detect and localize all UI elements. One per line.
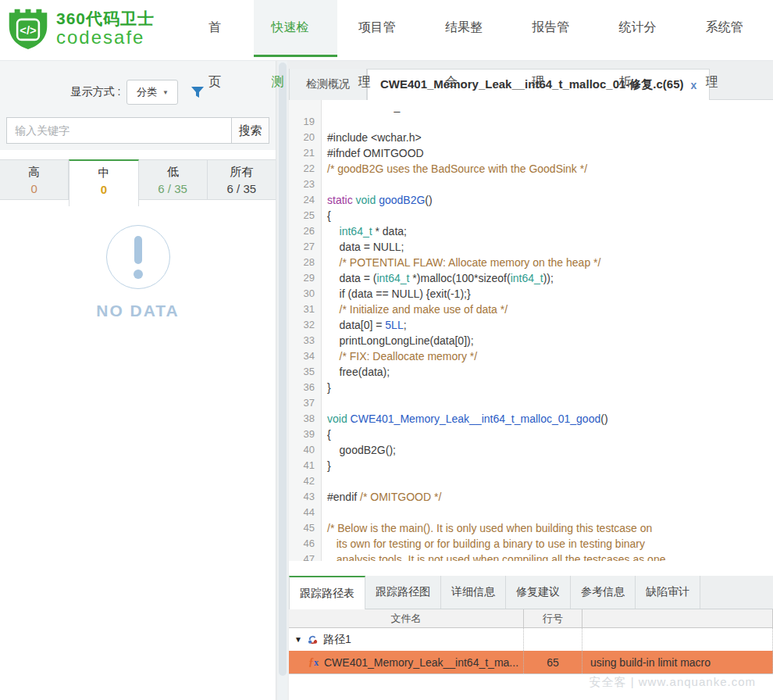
nav-item-5[interactable]: 报告管理 xyxy=(514,0,597,57)
trace-tab-1[interactable]: 跟踪路径表 xyxy=(289,576,365,609)
code-viewer[interactable]: _1920#include <wchar.h>21#ifndef OMITGOO… xyxy=(289,100,773,561)
trace-table: 文件名 行号 ▼ xyxy=(289,609,773,674)
nav-item-3[interactable]: 项目管理 xyxy=(340,0,424,57)
main-nav: 首页快速检测项目管理结果整合报告管理统计分析系统管理 xyxy=(189,0,773,61)
brand-text: 360代码卫士 codesafe xyxy=(56,10,155,47)
sidebar-controls: 显示方式 : 分类 ▼ 搜索 xyxy=(0,61,276,150)
display-mode-row: 显示方式 : 分类 ▼ xyxy=(0,61,276,105)
no-data-panel: NO DATA xyxy=(0,225,276,320)
trace-panel: 跟踪路径表跟踪路径图详细信息修复建议参考信息缺陷审计 文件名 行号 ▼ xyxy=(289,576,773,700)
severity-tab-1[interactable]: 高0 xyxy=(0,160,69,200)
code-row: 38void CWE401_Memory_Leak__int64_t_mallo… xyxy=(289,411,773,427)
brand-title-cn: 360代码卫士 xyxy=(56,10,155,27)
main-content: 检测概况 CWE401_Memory_Leak__int64_t_malloc_… xyxy=(289,61,773,700)
nav-item-7[interactable]: 系统管理 xyxy=(688,0,771,57)
code-row: 35 free(data); xyxy=(289,364,773,380)
display-mode-select[interactable]: 分类 ▼ xyxy=(126,80,178,105)
trace-tab-6[interactable]: 缺陷审计 xyxy=(636,576,700,609)
close-icon[interactable]: x xyxy=(691,79,697,91)
code-row: 26 int64_t * data; xyxy=(289,223,773,239)
code-row: 27 data = NULL; xyxy=(289,239,773,255)
scrollbar-thumb[interactable] xyxy=(279,62,287,676)
code-row: 37 xyxy=(289,395,773,411)
nav-item-6[interactable]: 统计分析 xyxy=(601,0,685,57)
code-lines: _1920#include <wchar.h>21#ifndef OMITGOO… xyxy=(289,100,773,561)
nav-item-1[interactable]: 首页 xyxy=(191,0,251,57)
code-row: 23 xyxy=(289,177,773,192)
code-row: 21#ifndef OMITGOOD xyxy=(289,145,773,161)
code-row: 33 printLongLongLine(data[0]); xyxy=(289,333,773,348)
trace-file-name: CWE401_Memory_Leak__int64_t_ma... xyxy=(324,656,518,669)
trace-tab-2[interactable]: 跟踪路径图 xyxy=(365,576,441,609)
severity-tab-3[interactable]: 低6 / 35 xyxy=(139,160,208,200)
header-line-number: 行号 xyxy=(524,609,582,627)
path-loop-icon xyxy=(307,634,319,645)
trace-line-number: 65 xyxy=(524,651,582,673)
code-row: 43#endif /* OMITGOOD */ xyxy=(289,489,773,505)
code-row: 44 xyxy=(289,505,773,520)
nav-item-4[interactable]: 结果整合 xyxy=(427,0,511,57)
brand-title-en: codesafe xyxy=(56,27,155,47)
sidebar-scrollbar[interactable] xyxy=(278,61,287,700)
function-icon: ƒx xyxy=(308,656,319,669)
header-description xyxy=(582,609,773,627)
trace-tab-4[interactable]: 修复建议 xyxy=(506,576,571,609)
code-row: 32 data[0] = 5LL; xyxy=(289,317,773,333)
chevron-down-icon: ▼ xyxy=(162,89,169,96)
trace-tab-bar: 跟踪路径表跟踪路径图详细信息修复建议参考信息缺陷审计 xyxy=(289,576,773,609)
filter-funnel-icon[interactable] xyxy=(191,86,205,98)
trace-description: using build-in limit macro xyxy=(582,651,773,673)
code-row: 20#include <wchar.h> xyxy=(289,130,773,145)
code-row: 41} xyxy=(289,458,773,473)
code-row: 42 xyxy=(289,473,773,489)
code-row: 30 if (data == NULL) {exit(-1);} xyxy=(289,286,773,302)
sidebar: 显示方式 : 分类 ▼ 搜索 高0中0低6 / 35所有6 / 35 xyxy=(0,61,276,700)
trace-path-group-row[interactable]: ▼ 路径1 xyxy=(289,628,773,651)
code-row: 45/* Below is the main(). It is only use… xyxy=(289,520,773,536)
display-mode-value: 分类 xyxy=(137,85,157,99)
no-data-label: NO DATA xyxy=(0,302,276,320)
path-group-label: 路径1 xyxy=(323,633,351,647)
code-row: 39{ xyxy=(289,427,773,442)
code-row: 24static void goodB2G() xyxy=(289,192,773,208)
svg-text:</>: </> xyxy=(20,24,36,37)
search-button[interactable]: 搜索 xyxy=(232,117,269,144)
exclamation-circle-icon xyxy=(106,225,170,289)
code-row: 47 analysis tools. It is not used when c… xyxy=(289,552,773,561)
search-row: 搜索 xyxy=(6,117,269,144)
header-filename: 文件名 xyxy=(289,609,524,627)
code-row: 31 /* Initialize and make use of data */ xyxy=(289,302,773,317)
search-input[interactable] xyxy=(6,117,232,144)
brand-logo: </> 360代码卫士 codesafe xyxy=(8,7,155,51)
trace-table-header: 文件名 行号 xyxy=(289,609,773,628)
code-row: 19 xyxy=(289,114,773,130)
code-row: 34 /* FIX: Deallocate memory */ xyxy=(289,348,773,364)
collapse-triangle-icon[interactable]: ▼ xyxy=(294,635,302,644)
code-row: 29 data = (int64_t *)malloc(100*sizeof(i… xyxy=(289,270,773,286)
display-mode-label: 显示方式 : xyxy=(71,85,121,99)
code-row: 28 /* POTENTIAL FLAW: Allocate memory on… xyxy=(289,255,773,270)
code-row: 40 goodB2G(); xyxy=(289,442,773,458)
shield-code-icon: </> xyxy=(8,7,48,51)
code-row: 46 its own for testing or for building a… xyxy=(289,536,773,552)
code-row: 25{ xyxy=(289,208,773,223)
tab-detection-overview[interactable]: 检测概况 xyxy=(289,69,367,100)
watermark-text: 安全客 | www.anquanke.com xyxy=(590,675,756,690)
top-bar: </> 360代码卫士 codesafe 首页快速检测项目管理结果整合报告管理统… xyxy=(0,0,773,61)
severity-tab-4[interactable]: 所有6 / 35 xyxy=(208,160,276,200)
code-row: 22/* goodB2G uses the BadSource with the… xyxy=(289,161,773,177)
severity-tab-2[interactable]: 中0 xyxy=(69,159,138,206)
page-body: 显示方式 : 分类 ▼ 搜索 高0中0低6 / 35所有6 / 35 xyxy=(0,61,773,700)
trace-tab-3[interactable]: 详细信息 xyxy=(441,576,506,609)
app-window: </> 360代码卫士 codesafe 首页快速检测项目管理结果整合报告管理统… xyxy=(0,0,773,700)
nav-item-2[interactable]: 快速检测 xyxy=(254,0,337,57)
severity-tabs: 高0中0低6 / 35所有6 / 35 xyxy=(0,159,276,200)
code-row: 36} xyxy=(289,380,773,395)
trace-tab-5[interactable]: 参考信息 xyxy=(571,576,636,609)
trace-step-row[interactable]: ƒx CWE401_Memory_Leak__int64_t_ma... 65 … xyxy=(289,651,773,674)
